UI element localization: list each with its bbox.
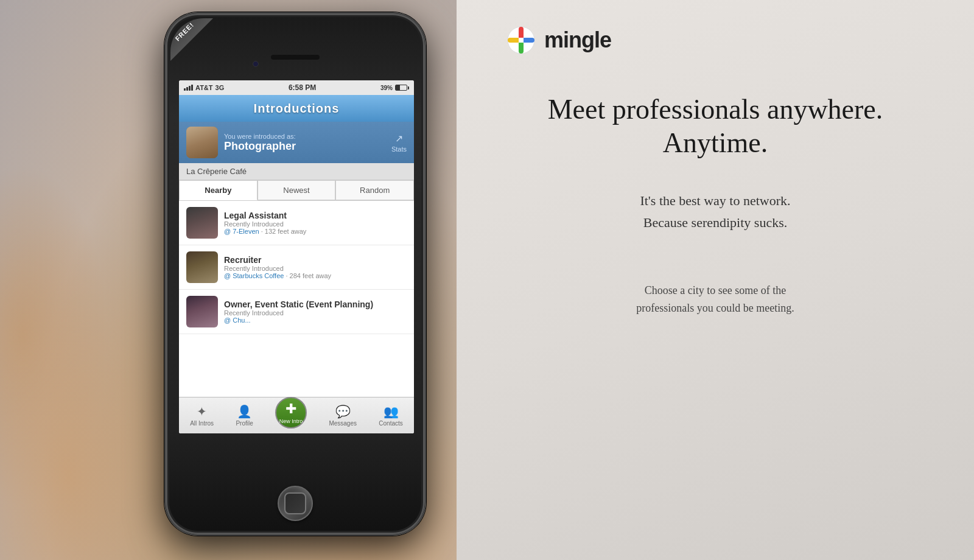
contact-status-3: Recently Introduced <box>224 309 407 317</box>
status-right: 39% <box>380 85 409 91</box>
contact-location-2: @ Starbucks Coffee · 284 feet away <box>224 272 407 279</box>
home-button-inner <box>284 492 306 514</box>
right-content: mingle Meet professionals anywhere. Anyt… <box>457 0 974 560</box>
contact-status-1: Recently Introduced <box>224 220 407 228</box>
contact-item-1[interactable]: Legal Assistant Recently Introduced @ 7-… <box>179 201 414 245</box>
contact-role-3: Owner, Event Static (Event Planning) <box>224 299 407 309</box>
tab-nearby[interactable]: Nearby <box>179 180 258 200</box>
subtext-area: It's the best way to network. Because se… <box>505 190 925 233</box>
intro-info: You were introduced as: Photographer <box>224 133 385 153</box>
contact-role-2: Recruiter <box>224 255 407 265</box>
contact-place-1: @ 7-Eleven <box>224 228 259 235</box>
phone-speaker <box>271 55 320 60</box>
app-logo-text: mingle <box>544 27 611 53</box>
contact-info-1: Legal Assistant Recently Introduced @ 7-… <box>224 211 407 235</box>
mingle-logo-icon <box>505 24 537 56</box>
status-left: AT&T 3G <box>184 84 224 91</box>
contact-avatar-2 <box>186 251 218 283</box>
tab-random[interactable]: Random <box>335 180 414 200</box>
intro-label: You were introduced as: <box>224 133 385 140</box>
logo-area: mingle <box>505 24 925 56</box>
tab-profile[interactable]: 👤 Profile <box>236 404 253 427</box>
app-screen-title: Introductions <box>254 102 340 116</box>
signal-bar-4 <box>191 85 193 91</box>
contact-place-2: @ Starbucks Coffee <box>224 272 284 279</box>
tab-newest[interactable]: Newest <box>258 180 336 200</box>
carrier-label: AT&T <box>195 84 213 91</box>
headline-line1: Meet professionals anywhere. <box>548 94 883 125</box>
contact-item-3[interactable]: Owner, Event Static (Event Planning) Rec… <box>179 290 414 334</box>
contact-location-1: @ 7-Eleven · 132 feet away <box>224 228 407 235</box>
all-intros-icon: ✦ <box>197 404 207 419</box>
free-label: FREE! <box>173 21 195 42</box>
contact-item-2[interactable]: Recruiter Recently Introduced @ Starbuck… <box>179 245 414 290</box>
headline-line2: Anytime. <box>663 127 768 158</box>
battery-fill <box>396 85 400 90</box>
status-bar: AT&T 3G 6:58 PM 39% <box>179 80 414 95</box>
phone-shell: FREE! <box>164 12 426 536</box>
contact-role-1: Legal Assistant <box>224 211 407 220</box>
time-display: 6:58 PM <box>289 83 316 92</box>
signal-bar-3 <box>189 86 191 91</box>
filter-tabs: Nearby Newest Random <box>179 180 414 201</box>
contact-status-2: Recently Introduced <box>224 265 407 272</box>
location-label: La Crêperie Café <box>186 167 247 176</box>
subtext-line2: Because serendipity sucks. <box>643 215 787 230</box>
battery-body <box>395 85 407 91</box>
tab-all-intros[interactable]: ✦ All Intros <box>190 404 214 427</box>
contacts-icon: 👥 <box>384 404 399 419</box>
new-intro-icon: ✚ <box>286 401 296 417</box>
subtext-line1: It's the best way to network. <box>640 193 790 208</box>
screen-content: AT&T 3G 6:58 PM 39% <box>179 80 414 433</box>
signal-bar-1 <box>184 88 186 91</box>
signal-bars <box>184 85 193 91</box>
messages-icon: 💬 <box>335 404 351 419</box>
battery-tip <box>408 86 409 89</box>
battery-pct: 39% <box>380 85 393 91</box>
user-avatar <box>186 127 218 158</box>
battery-icon <box>395 85 409 91</box>
avatar-image <box>186 127 218 158</box>
stats-button[interactable]: ↗ Stats <box>391 133 407 153</box>
app-header: Introductions <box>179 95 414 122</box>
intro-role: Photographer <box>224 140 385 153</box>
contact-avatar-1 <box>186 207 218 239</box>
new-intro-label: New Intro <box>279 418 303 424</box>
tab-contacts[interactable]: 👥 Contacts <box>379 404 402 427</box>
cta-line2: professionals you could be meeting. <box>636 302 794 314</box>
stats-label: Stats <box>391 145 407 153</box>
messages-label: Messages <box>329 420 357 427</box>
contacts-label: Contacts <box>379 420 402 427</box>
network-label: 3G <box>215 84 225 91</box>
all-intros-label: All Intros <box>190 420 214 427</box>
phone-camera <box>253 61 259 67</box>
left-panel: FREE! <box>0 0 457 560</box>
profile-label: Profile <box>236 420 253 427</box>
main-headline: Meet professionals anywhere. Anytime. <box>505 93 925 159</box>
home-button[interactable] <box>278 486 313 521</box>
intro-banner[interactable]: You were introduced as: Photographer ↗ S… <box>179 122 414 163</box>
cta-line1: Choose a city to see some of the <box>645 284 786 296</box>
free-banner: FREE! <box>170 18 213 61</box>
location-bar: La Crêperie Café <box>179 163 414 180</box>
phone-device: FREE! <box>164 12 426 536</box>
contact-dist-text-1: 132 feet away <box>265 228 307 235</box>
phone-screen: AT&T 3G 6:58 PM 39% <box>179 80 414 433</box>
tab-messages[interactable]: 💬 Messages <box>329 404 357 427</box>
signal-bar-2 <box>186 87 188 91</box>
contact-avatar-3 <box>186 296 218 327</box>
contact-info-3: Owner, Event Static (Event Planning) Rec… <box>224 299 407 324</box>
profile-icon: 👤 <box>237 404 252 419</box>
contact-info-2: Recruiter Recently Introduced @ Starbuck… <box>224 255 407 279</box>
contact-place-3: @ Chu... <box>224 317 251 324</box>
cta-area: Choose a city to see some of the profess… <box>505 282 925 317</box>
contact-dist-text-2: 284 feet away <box>290 272 332 279</box>
contact-location-3: @ Chu... <box>224 317 407 324</box>
tab-new-intro[interactable]: ✚ New Intro <box>275 397 307 429</box>
tab-bar: ✦ All Intros 👤 Profile ✚ New Intro 💬 <box>179 397 414 433</box>
right-panel: mingle Meet professionals anywhere. Anyt… <box>457 0 974 560</box>
stats-icon: ↗ <box>395 133 403 144</box>
